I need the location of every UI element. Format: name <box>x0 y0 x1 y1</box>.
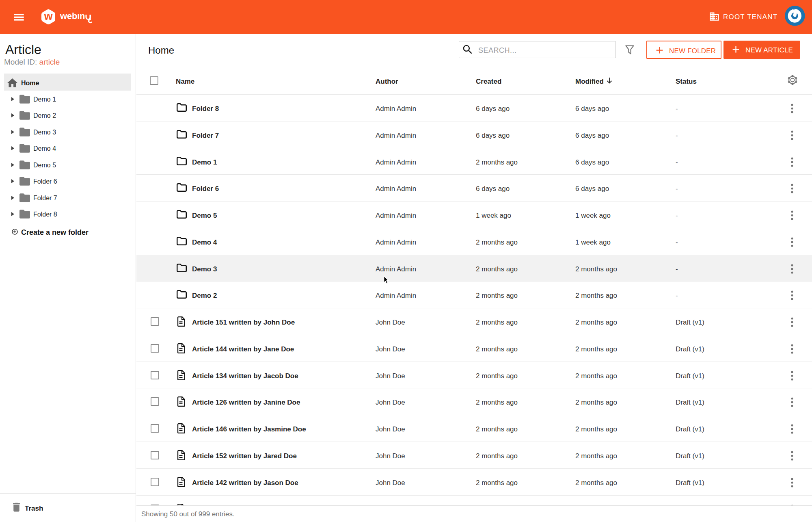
svg-text:w: w <box>43 10 53 22</box>
